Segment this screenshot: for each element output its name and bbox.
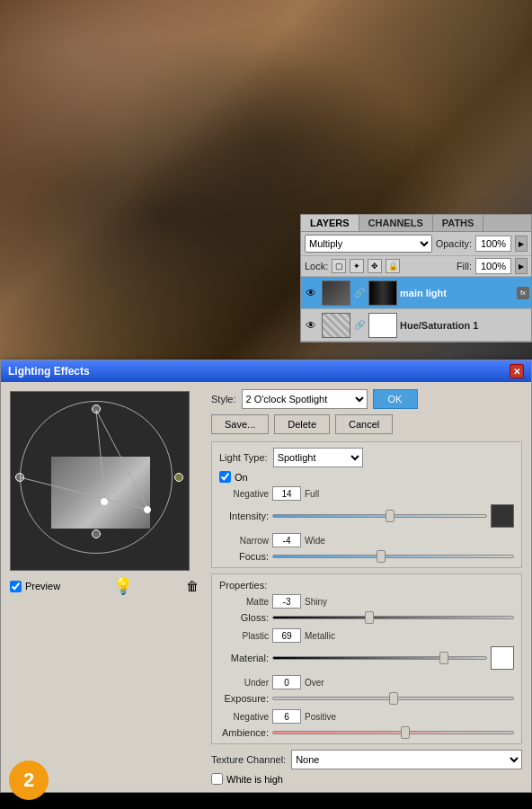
layer-link-icon: 🔗 xyxy=(353,287,366,299)
properties-section: Properties: Matte -3 Shiny Gloss: Plasti… xyxy=(211,573,522,744)
gloss-value[interactable]: -3 xyxy=(272,594,301,609)
fill-arrow[interactable]: ▶ xyxy=(515,258,528,274)
opacity-input[interactable] xyxy=(475,236,511,252)
lock-all-icon[interactable]: 🔒 xyxy=(386,259,400,273)
delete-button[interactable]: Delete xyxy=(274,414,330,434)
delete-light-trash-icon[interactable]: 🗑 xyxy=(186,579,199,593)
layer-row-hue-saturation[interactable]: 👁 🔗 Hue/Saturation 1 xyxy=(301,309,531,342)
exposure-thumb[interactable] xyxy=(389,692,398,705)
lock-label: Lock: xyxy=(305,261,328,271)
dialog-body: Preview 💡 🗑 Style: 2 O'clock Spotlight O… xyxy=(1,382,531,792)
intensity-slider[interactable] xyxy=(272,514,487,518)
intensity-left: Negative xyxy=(219,489,269,499)
dialog-close-button[interactable]: ✕ xyxy=(510,364,524,378)
ok-button[interactable]: OK xyxy=(373,389,418,409)
exposure-label: Exposure: xyxy=(219,693,269,704)
material-slider[interactable] xyxy=(272,656,487,660)
save-button[interactable]: Save... xyxy=(211,414,269,434)
ambience-slider[interactable] xyxy=(272,731,514,734)
gloss-left: Matte xyxy=(219,597,269,607)
ambience-label: Ambience: xyxy=(219,727,269,738)
layer-visibility-hue-sat[interactable]: 👁 xyxy=(303,317,319,333)
gloss-label: Gloss: xyxy=(219,612,269,623)
on-row: On xyxy=(219,471,514,483)
material-right: Metallic xyxy=(305,631,341,641)
texture-channel-label: Texture Channel: xyxy=(211,754,286,765)
intensity-row: Negative 14 Full xyxy=(219,486,514,501)
focus-thumb[interactable] xyxy=(377,550,386,563)
ctrl-point-4[interactable] xyxy=(174,473,183,482)
layers-tabs: LAYERS CHANNELS PATHS xyxy=(301,215,531,232)
layer-link-icon-2: 🔗 xyxy=(353,319,366,332)
layer-mask-main-light xyxy=(368,280,397,306)
focus-row: Narrow -4 Wide xyxy=(219,533,514,547)
ctrl-point-target[interactable] xyxy=(144,506,151,513)
preview-canvas[interactable] xyxy=(10,391,190,571)
exposure-right: Over xyxy=(305,678,341,688)
ctrl-point-1[interactable] xyxy=(92,404,101,413)
lock-position-icon[interactable]: ✦ xyxy=(350,259,364,273)
on-checkbox[interactable] xyxy=(219,471,231,483)
layer-name-hue-sat: Hue/Saturation 1 xyxy=(400,320,529,331)
dialog-title: Lighting Effects xyxy=(8,365,90,378)
cancel-button[interactable]: Cancel xyxy=(335,414,393,434)
style-select[interactable]: 2 O'clock Spotlight xyxy=(242,389,368,409)
svg-line-2 xyxy=(20,477,148,510)
lock-row: Lock: ▢ ✦ ✥ 🔒 Fill: ▶ xyxy=(301,256,531,277)
intensity-swatch[interactable] xyxy=(491,504,514,528)
intensity-value[interactable]: 14 xyxy=(272,486,301,501)
properties-label: Properties: xyxy=(219,580,514,591)
material-row: Plastic 69 Metallic xyxy=(219,628,514,643)
gloss-row: Matte -3 Shiny xyxy=(219,594,514,609)
exposure-slider[interactable] xyxy=(272,697,514,700)
ctrl-point-3[interactable] xyxy=(92,529,101,538)
material-value[interactable]: 69 xyxy=(272,628,301,643)
layer-visibility-main-light[interactable]: 👁 xyxy=(303,285,319,301)
exposure-left: Under xyxy=(219,678,269,688)
ambience-thumb[interactable] xyxy=(401,726,410,739)
light-type-section: Light Type: Spotlight On Negative 14 Ful… xyxy=(211,441,522,568)
exposure-row: Under 0 Over xyxy=(219,675,514,689)
step-indicator: 2 xyxy=(9,760,49,800)
focus-right: Wide xyxy=(305,536,341,546)
white-is-high-checkbox[interactable] xyxy=(211,773,223,785)
dialog-titlebar: Lighting Effects ✕ xyxy=(1,360,531,382)
light-type-select[interactable]: Spotlight xyxy=(273,448,363,467)
on-label: On xyxy=(235,472,248,483)
tab-paths[interactable]: PATHS xyxy=(433,215,484,231)
preview-checkbox-row: Preview xyxy=(10,581,60,592)
intensity-right: Full xyxy=(305,489,341,499)
blend-mode-row: Multiply Opacity: ▶ xyxy=(301,232,531,256)
texture-channel-row: Texture Channel: None Red Green Blue xyxy=(211,750,522,769)
ambience-value[interactable]: 6 xyxy=(272,709,301,724)
fill-input[interactable] xyxy=(475,258,511,274)
preview-checkbox[interactable] xyxy=(10,581,22,592)
texture-channel-select[interactable]: None Red Green Blue xyxy=(291,750,522,769)
intensity-thumb[interactable] xyxy=(386,510,395,522)
layers-panel: LAYERS CHANNELS PATHS Multiply Opacity: … xyxy=(300,214,532,342)
opacity-arrow[interactable]: ▶ xyxy=(515,236,528,252)
ctrl-point-center[interactable] xyxy=(101,498,108,505)
focus-slider[interactable] xyxy=(272,555,514,558)
gloss-thumb[interactable] xyxy=(365,611,374,624)
material-left: Plastic xyxy=(219,631,269,641)
add-light-bulb-icon[interactable]: 💡 xyxy=(113,576,133,596)
layer-row-main-light[interactable]: 👁 🔗 main light fx xyxy=(301,277,531,309)
tab-channels[interactable]: CHANNELS xyxy=(359,215,433,231)
exposure-value[interactable]: 0 xyxy=(272,675,301,689)
lighting-effects-dialog: Lighting Effects ✕ xyxy=(0,360,532,793)
material-swatch[interactable] xyxy=(491,646,514,670)
focus-value[interactable]: -4 xyxy=(272,533,301,547)
layer-name-main-light: main light xyxy=(400,288,514,298)
gloss-slider[interactable] xyxy=(272,616,514,619)
lock-move-icon[interactable]: ✥ xyxy=(368,259,382,273)
tab-layers[interactable]: LAYERS xyxy=(301,215,359,231)
focus-left: Narrow xyxy=(219,536,269,546)
ctrl-point-2[interactable] xyxy=(15,473,24,482)
material-thumb[interactable] xyxy=(439,652,448,664)
blend-mode-select[interactable]: Multiply xyxy=(305,235,432,253)
spotlight-lines xyxy=(11,392,189,570)
gloss-right: Shiny xyxy=(305,597,341,607)
lock-pixels-icon[interactable]: ▢ xyxy=(332,259,346,273)
preview-bottom: Preview 💡 🗑 xyxy=(10,576,199,596)
